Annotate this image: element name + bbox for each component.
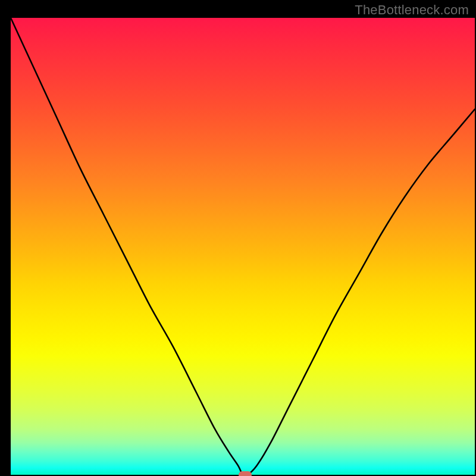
watermark-text: TheBottleneck.com: [355, 2, 469, 18]
chart-curve-svg: [11, 18, 475, 475]
bottleneck-curve-path: [11, 18, 475, 475]
chart-area: [11, 18, 475, 475]
optimal-point-marker: [239, 471, 252, 476]
